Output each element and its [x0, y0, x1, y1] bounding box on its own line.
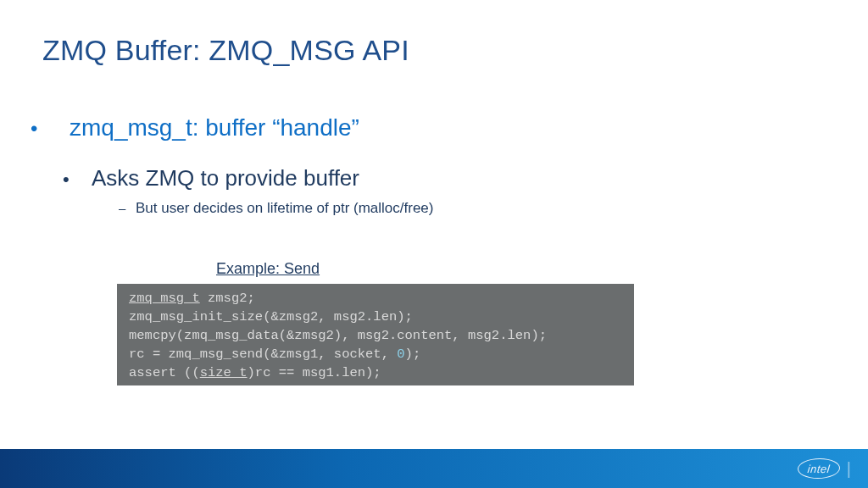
code-number: 0 — [397, 347, 404, 362]
code-text: ); — [405, 347, 421, 362]
slide: ZMQ Buffer: ZMQ_MSG API • zmq_msg_t: buf… — [0, 0, 868, 488]
bullet-level-1-text: zmq_msg_t: buffer “handle” — [70, 114, 359, 141]
bullet-level-3: – But user decides on lifetime of ptr (m… — [119, 200, 776, 217]
intel-logo: intel | — [798, 458, 851, 479]
slide-title: ZMQ Buffer: ZMQ_MSG API — [42, 34, 409, 67]
code-text: zmq_msg_init_size(&zmsg2, msg2.len); — [129, 309, 413, 324]
code-keyword: zmq_msg_t — [129, 291, 200, 306]
code-text: rc = zmq_msg_send(&zmsg1, socket, — [129, 347, 397, 362]
bullet-dot-icon: • — [31, 119, 70, 139]
code-text: memcpy(zmq_msg_data(&zmsg2), msg2.conten… — [129, 328, 547, 343]
intel-logo-oval-icon: intel — [797, 458, 842, 479]
slide-body: • zmq_msg_t: buffer “handle” • Asks ZMQ … — [31, 114, 776, 217]
bullet-level-2: • Asks ZMQ to provide buffer — [63, 165, 776, 191]
bullet-level-3-text: But user decides on lifetime of ptr (mal… — [136, 200, 433, 217]
code-text: assert (( — [129, 365, 200, 380]
bullet-dash-icon: – — [119, 200, 136, 217]
bullet-dot-icon: • — [63, 170, 92, 189]
example-label: Example: Send — [216, 260, 320, 278]
code-text: zmsg2; — [200, 291, 255, 306]
bullet-level-2-text: Asks ZMQ to provide buffer — [92, 165, 359, 191]
footer-bar: intel | — [0, 449, 868, 488]
code-block: zmq_msg_t zmsg2; zmq_msg_init_size(&zmsg… — [117, 284, 634, 385]
code-text: )rc == msg1.len); — [248, 365, 381, 380]
bullet-level-1: • zmq_msg_t: buffer “handle” — [31, 114, 776, 141]
code-keyword: size_t — [200, 365, 248, 380]
footer-divider-icon: | — [847, 459, 851, 479]
